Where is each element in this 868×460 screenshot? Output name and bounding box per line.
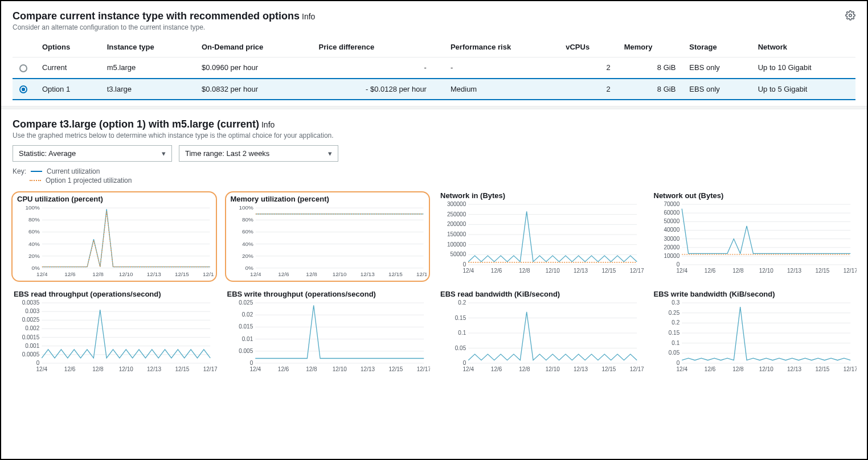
- svg-text:12/4: 12/4: [249, 366, 261, 372]
- cell-option: Current: [35, 57, 100, 79]
- cell-risk: -: [444, 57, 559, 79]
- svg-text:12/13: 12/13: [574, 268, 588, 274]
- cell-risk: Medium: [444, 79, 559, 100]
- svg-text:12/4: 12/4: [463, 268, 474, 274]
- cell-diff: -: [312, 57, 444, 79]
- svg-text:12/17: 12/17: [843, 268, 857, 274]
- timerange-select[interactable]: Time range: Last 2 weeks: [179, 145, 338, 162]
- svg-text:0: 0: [676, 360, 679, 366]
- svg-text:12/6: 12/6: [491, 268, 502, 274]
- svg-text:0.001: 0.001: [25, 343, 39, 349]
- svg-text:80%: 80%: [28, 216, 40, 223]
- col-header: Performance risk: [444, 37, 559, 57]
- svg-text:12/17: 12/17: [416, 271, 427, 277]
- svg-text:0%: 0%: [31, 265, 40, 271]
- svg-text:12/15: 12/15: [175, 366, 189, 372]
- svg-text:12/8: 12/8: [306, 366, 317, 372]
- svg-text:12/6: 12/6: [64, 271, 76, 277]
- statistic-select[interactable]: Statistic: Average: [13, 145, 172, 162]
- cell-memory: 8 GiB: [617, 57, 683, 79]
- svg-text:40000: 40000: [664, 227, 679, 233]
- chart: EBS read bandwidth (KiB/second)00.050.10…: [438, 290, 644, 373]
- info-link-table[interactable]: Info: [302, 12, 315, 21]
- col-header: Memory: [617, 37, 683, 57]
- chart-title: EBS read throughput (operations/second): [11, 290, 217, 298]
- svg-text:20%: 20%: [241, 253, 253, 259]
- chart-title: Network out (Bytes): [652, 191, 857, 200]
- svg-point-0: [849, 14, 852, 17]
- table-row[interactable]: Option 1 t3.large $0.0832 per hour - $0.…: [13, 79, 855, 100]
- svg-text:12/15: 12/15: [175, 271, 189, 277]
- svg-text:12/8: 12/8: [92, 271, 104, 277]
- svg-text:12/8: 12/8: [732, 268, 744, 274]
- svg-text:12/6: 12/6: [277, 366, 289, 372]
- compare-table-panel: Compare current instance type with recom…: [1, 1, 867, 106]
- cell-price: $0.0832 per hour: [195, 79, 312, 100]
- svg-text:0.2: 0.2: [458, 299, 466, 306]
- svg-text:12/6: 12/6: [704, 366, 715, 372]
- svg-text:12/15: 12/15: [388, 366, 403, 372]
- chart-title: EBS write bandwidth (KiB/second): [652, 290, 857, 298]
- svg-text:80%: 80%: [241, 216, 253, 223]
- svg-text:60000: 60000: [664, 210, 679, 216]
- option-radio[interactable]: [19, 85, 27, 93]
- svg-text:12/8: 12/8: [519, 268, 530, 274]
- svg-text:0.05: 0.05: [455, 345, 466, 351]
- svg-text:12/8: 12/8: [306, 271, 317, 277]
- svg-text:12/13: 12/13: [361, 366, 375, 372]
- svg-text:50000: 50000: [450, 251, 466, 257]
- svg-text:0.15: 0.15: [668, 330, 679, 336]
- charts-grid: CPU utilization (percent)0%20%40%60%80%1…: [1, 188, 867, 380]
- svg-text:30000: 30000: [664, 236, 679, 242]
- chart-title: Memory utilization (percent): [228, 195, 427, 203]
- cell-type: m5.large: [100, 57, 195, 79]
- svg-text:60%: 60%: [241, 229, 253, 235]
- svg-text:0: 0: [36, 360, 40, 366]
- svg-text:0%: 0%: [245, 265, 253, 271]
- cell-price: $0.0960 per hour: [195, 57, 312, 79]
- gear-icon[interactable]: [845, 10, 855, 20]
- svg-text:0: 0: [249, 360, 253, 366]
- chart-title: EBS read bandwidth (KiB/second): [438, 290, 644, 298]
- legend-current-label: Current utilization: [47, 167, 100, 175]
- svg-text:12/10: 12/10: [119, 366, 133, 372]
- svg-text:12/4: 12/4: [36, 271, 48, 277]
- info-link-metrics[interactable]: Info: [261, 120, 275, 129]
- svg-text:0.1: 0.1: [458, 330, 466, 336]
- svg-text:0.0035: 0.0035: [22, 299, 40, 306]
- svg-text:40%: 40%: [28, 241, 40, 247]
- svg-text:12/4: 12/4: [676, 366, 687, 372]
- svg-text:50000: 50000: [664, 218, 679, 224]
- legend-current-line-icon: [31, 171, 42, 172]
- svg-text:0.005: 0.005: [239, 348, 253, 354]
- svg-text:40%: 40%: [241, 241, 253, 247]
- cell-type: t3.large: [100, 79, 195, 100]
- cell-option: Option 1: [35, 79, 100, 100]
- svg-text:0: 0: [676, 261, 679, 268]
- svg-text:12/4: 12/4: [250, 271, 261, 277]
- svg-text:12/17: 12/17: [843, 366, 857, 372]
- table-row[interactable]: Current m5.large $0.0960 per hour - - 2 …: [13, 57, 855, 79]
- col-header: Price difference: [312, 37, 444, 57]
- col-header: Options: [35, 37, 100, 57]
- col-header: Storage: [682, 37, 751, 57]
- svg-text:0.3: 0.3: [672, 299, 679, 306]
- chart: Memory utilization (percent)0%20%40%60%8…: [225, 191, 431, 282]
- compare-table-subtitle: Consider an alternate configuration to t…: [13, 23, 315, 31]
- cell-diff: - $0.0128 per hour: [312, 79, 444, 100]
- svg-text:100%: 100%: [239, 204, 253, 211]
- svg-text:12/13: 12/13: [360, 271, 374, 277]
- svg-text:12/17: 12/17: [416, 366, 430, 372]
- option-radio[interactable]: [19, 64, 27, 72]
- svg-text:0.25: 0.25: [668, 310, 679, 316]
- svg-text:70000: 70000: [664, 201, 679, 207]
- svg-text:12/15: 12/15: [388, 271, 402, 277]
- svg-text:10000: 10000: [664, 253, 679, 259]
- svg-text:12/4: 12/4: [36, 366, 48, 372]
- svg-text:12/10: 12/10: [332, 366, 346, 372]
- cell-vcpus: 2: [559, 57, 617, 79]
- svg-text:20000: 20000: [664, 244, 679, 250]
- svg-text:12/6: 12/6: [64, 366, 76, 372]
- svg-text:200000: 200000: [447, 221, 466, 227]
- svg-text:0.015: 0.015: [239, 324, 253, 330]
